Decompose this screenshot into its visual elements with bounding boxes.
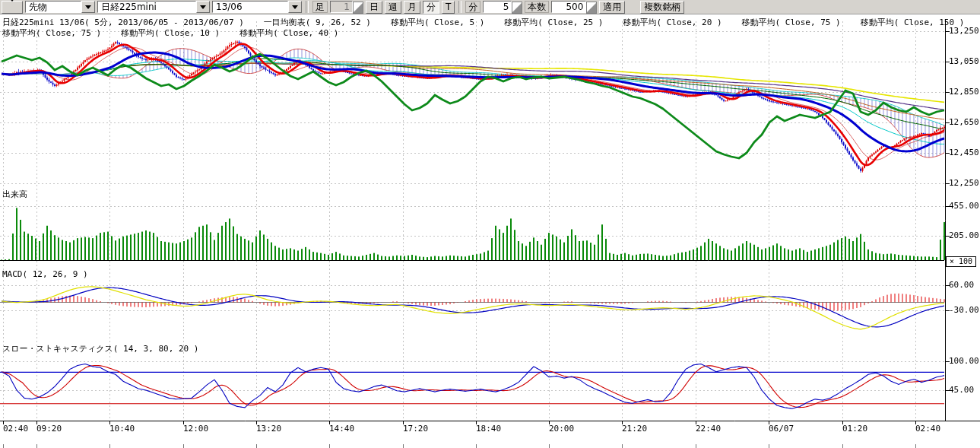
toolbar-collapse-button[interactable] xyxy=(2,1,23,14)
chart-window: 先物 日経225mini 13/06 足 1 日 週 月 分 T 分 5 本数 … xyxy=(0,0,980,448)
tick-button[interactable]: T xyxy=(442,1,455,14)
multi-symbol-button[interactable]: 複数銘柄 xyxy=(640,1,684,14)
category-value: 先物 xyxy=(25,1,81,13)
weekly-button[interactable]: 週 xyxy=(385,1,401,14)
minute-label: 分 xyxy=(465,1,480,13)
chevron-down-icon[interactable] xyxy=(81,1,95,13)
daily-button[interactable]: 日 xyxy=(366,1,382,14)
chevron-down-icon[interactable] xyxy=(288,1,302,13)
spinner-icon[interactable] xyxy=(586,2,597,14)
minute-button[interactable]: 分 xyxy=(423,1,439,14)
category-select[interactable]: 先物 xyxy=(25,1,95,13)
bar-count-spinner[interactable]: 500 xyxy=(551,1,597,13)
toolbar: 先物 日経225mini 13/06 足 1 日 週 月 分 T 分 5 本数 … xyxy=(0,0,980,14)
symbol-select[interactable]: 日経225mini xyxy=(97,1,210,13)
chevron-down-icon[interactable] xyxy=(196,1,210,13)
spinner-icon[interactable] xyxy=(512,2,522,14)
chart-canvas[interactable] xyxy=(0,0,980,448)
bar-count-value: 500 xyxy=(551,1,586,13)
separator xyxy=(306,1,309,13)
spinner-icon[interactable] xyxy=(353,2,363,14)
monthly-button[interactable]: 月 xyxy=(404,1,420,14)
bar-count-label: 本数 xyxy=(525,1,549,13)
minute-value: 5 xyxy=(483,1,512,13)
bar-interval-spinner[interactable]: 1 xyxy=(330,1,363,13)
chevron-down-icon xyxy=(9,0,15,15)
symbol-value: 日経225mini xyxy=(97,1,196,13)
bar-interval-value: 1 xyxy=(330,1,353,13)
separator xyxy=(458,1,461,13)
apply-button[interactable]: 適用 xyxy=(599,1,625,14)
minute-spinner[interactable]: 5 xyxy=(483,1,522,13)
contract-month-value: 13/06 xyxy=(212,1,288,13)
contract-month-select[interactable]: 13/06 xyxy=(212,1,302,13)
bar-type-label: 足 xyxy=(312,1,328,13)
